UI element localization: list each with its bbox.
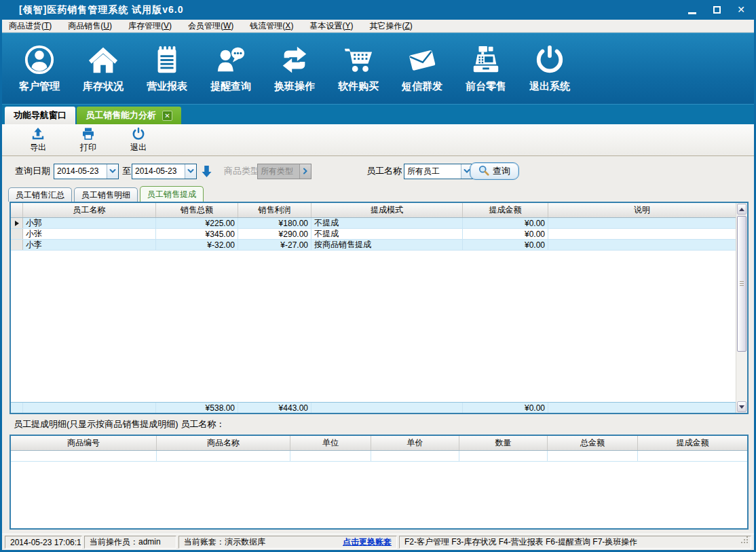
right-triangle-icon bbox=[15, 221, 19, 226]
maximize-icon bbox=[713, 6, 721, 14]
col-commission-amount[interactable]: 提成金额 bbox=[638, 436, 747, 450]
user-icon bbox=[24, 44, 55, 75]
software-purchase-button[interactable]: 软件购买 bbox=[326, 44, 390, 93]
total-profit: ¥443.00 bbox=[238, 403, 311, 413]
tab-sales-summary[interactable]: 员工销售汇总 bbox=[8, 187, 72, 202]
triangle-up-icon bbox=[739, 208, 744, 211]
shift-change-button[interactable]: 换班操作 bbox=[263, 44, 326, 93]
resize-grip-icon[interactable] bbox=[741, 536, 749, 547]
col-note[interactable]: 说明 bbox=[548, 203, 736, 217]
col-unit[interactable]: 单位 bbox=[290, 436, 371, 450]
commission-detail-grid: 商品编号 商品名称 单位 单价 数量 总金额 提成金额 bbox=[10, 435, 749, 530]
exit-system-button[interactable]: 退出系统 bbox=[518, 44, 582, 93]
query-bar: 查询日期： 2014-05-23 至 2014-05-23 商品类型： 所有类型… bbox=[2, 157, 754, 185]
vertical-scrollbar[interactable] bbox=[736, 203, 747, 413]
tab-sales-commission[interactable]: 员工销售提成 bbox=[140, 186, 204, 202]
search-button[interactable]: 查询 bbox=[470, 162, 519, 180]
grid-header: 商品编号 商品名称 单位 单价 数量 总金额 提成金额 bbox=[11, 436, 747, 451]
menu-item-purchase[interactable]: 商品进货T bbox=[9, 20, 52, 32]
commission-summary-grid: 员工名称 销售总额 销售利润 提成模式 提成金额 说明 小郭 ¥225.00 ¥… bbox=[10, 202, 749, 414]
export-button[interactable]: 导出 bbox=[18, 126, 58, 154]
sms-broadcast-button[interactable]: 短信群发 bbox=[390, 44, 454, 93]
chevron-right-icon bbox=[299, 164, 311, 179]
col-product-code[interactable]: 商品编号 bbox=[11, 436, 157, 450]
scroll-up-button[interactable] bbox=[737, 204, 746, 215]
actions-toolbar: 导出 打印 退出 bbox=[2, 124, 754, 156]
reminder-query-button[interactable]: 提醒查询 bbox=[199, 44, 263, 93]
down-arrow-icon[interactable] bbox=[202, 157, 212, 185]
grid-header: 员工名称 销售总额 销售利润 提成模式 提成金额 说明 bbox=[11, 203, 736, 218]
row-indicator bbox=[11, 218, 23, 228]
tab-sales-detail[interactable]: 员工销售明细 bbox=[74, 187, 138, 202]
indicator-header bbox=[11, 203, 23, 217]
exit-button[interactable]: 退出 bbox=[119, 126, 158, 154]
inventory-status-button[interactable]: 库存状况 bbox=[71, 44, 135, 93]
table-row[interactable]: 小张 ¥345.00 ¥290.00 不提成 ¥0.00 bbox=[11, 229, 736, 240]
table-row[interactable]: 小李 ¥-32.00 ¥-27.00 按商品销售提成 ¥0.00 bbox=[11, 240, 736, 251]
close-button[interactable]: ✕ bbox=[734, 3, 748, 16]
col-employee-name[interactable]: 员工名称 bbox=[23, 203, 156, 217]
home-icon bbox=[88, 44, 119, 75]
date-from-picker[interactable]: 2014-05-23 bbox=[54, 164, 119, 179]
content-area: 导出 打印 退出 查询日期： 2014-05-23 至 2014-05-23 bbox=[2, 124, 754, 534]
employee-select[interactable]: 所有员工 bbox=[404, 164, 473, 179]
col-commission-mode[interactable]: 提成模式 bbox=[311, 203, 463, 217]
power-icon bbox=[534, 44, 565, 75]
tab-function-navigation[interactable]: 功能导航窗口 bbox=[5, 107, 75, 124]
col-sales-profit[interactable]: 销售利润 bbox=[238, 203, 311, 217]
row-indicator bbox=[11, 240, 23, 250]
pos-retail-button[interactable]: 前台零售 bbox=[454, 44, 518, 93]
grid-rows: 小郭 ¥225.00 ¥180.00 不提成 ¥0.00 小张 ¥345.00 … bbox=[11, 218, 736, 251]
date-to-picker[interactable]: 2014-05-23 bbox=[132, 164, 197, 179]
title-bar: [领智]医药销售管理系统 试用版v6.0 ✕ bbox=[0, 0, 756, 20]
status-account: 当前账套：演示数据库 点击更换账套 bbox=[178, 536, 397, 549]
maximize-button[interactable] bbox=[710, 3, 723, 16]
tab-employee-sales-analysis[interactable]: 员工销售能力分析 ✕ bbox=[77, 107, 181, 124]
business-report-button[interactable]: 营业报表 bbox=[135, 44, 199, 93]
menu-item-sales[interactable]: 商品销售U bbox=[68, 20, 112, 32]
window-controls: ✕ bbox=[685, 3, 748, 16]
col-sales-total[interactable]: 销售总额 bbox=[156, 203, 238, 217]
close-icon[interactable]: ✕ bbox=[162, 111, 172, 121]
chevron-down-icon[interactable] bbox=[185, 164, 196, 179]
col-unit-price[interactable]: 单价 bbox=[371, 436, 459, 450]
chevron-down-icon[interactable] bbox=[107, 164, 118, 179]
menu-item-inventory[interactable]: 库存管理V bbox=[128, 20, 172, 32]
col-total-amount[interactable]: 总金额 bbox=[548, 436, 638, 450]
empty-row bbox=[11, 451, 747, 462]
col-commission-amount[interactable]: 提成金额 bbox=[463, 203, 548, 217]
minimize-icon bbox=[688, 12, 696, 14]
status-hotkeys: F2-客户管理 F3-库存状况 F4-营业报表 F6-提醒查询 F7-换班操作 bbox=[399, 536, 751, 549]
status-bar: 2014-05-23 17:06:10 当前操作员：admin 当前账套：演示数… bbox=[2, 534, 754, 550]
scroll-down-button[interactable] bbox=[737, 401, 746, 412]
cash-register-icon bbox=[470, 44, 502, 75]
table-row[interactable]: 小郭 ¥225.00 ¥180.00 不提成 ¥0.00 bbox=[11, 218, 736, 229]
menu-item-members[interactable]: 会员管理W bbox=[188, 20, 233, 32]
shopping-cart-icon bbox=[343, 44, 374, 75]
col-quantity[interactable]: 数量 bbox=[459, 436, 548, 450]
window-title: [领智]医药销售管理系统 试用版v6.0 bbox=[19, 4, 183, 16]
switch-account-link[interactable]: 点击更换账套 bbox=[343, 536, 392, 548]
envelope-icon bbox=[407, 44, 438, 75]
total-commission: ¥0.00 bbox=[463, 403, 548, 413]
menu-item-cashflow[interactable]: 钱流管理X bbox=[250, 20, 293, 32]
magnifier-icon bbox=[478, 165, 489, 178]
status-operator: 当前操作员：admin bbox=[84, 536, 176, 549]
application-window: [领智]医药销售管理系统 试用版v6.0 ✕ 商品进货T 商品销售U 库存管理V… bbox=[0, 0, 756, 552]
total-sales: ¥538.00 bbox=[156, 403, 238, 413]
menu-item-other[interactable]: 其它操作Z bbox=[369, 20, 412, 32]
sync-arrows-icon bbox=[279, 44, 310, 75]
minimize-button[interactable] bbox=[685, 3, 699, 16]
printer-icon bbox=[81, 127, 95, 141]
date-to-label: 至 bbox=[122, 157, 131, 185]
customer-management-button[interactable]: 客户管理 bbox=[7, 44, 71, 93]
status-datetime: 2014-05-23 17:06:10 bbox=[5, 536, 82, 549]
report-tabstrip: 员工销售汇总 员工销售明细 员工销售提成 bbox=[2, 185, 754, 202]
scrollbar-thumb[interactable] bbox=[737, 216, 746, 352]
col-product-name[interactable]: 商品名称 bbox=[157, 436, 290, 450]
print-button[interactable]: 打印 bbox=[69, 126, 108, 154]
product-type-field: 所有类型 bbox=[257, 164, 311, 179]
menu-bar: 商品进货T 商品销售U 库存管理V 会员管理W 钱流管理X 基本设置Y 其它操作… bbox=[2, 20, 754, 33]
triangle-down-icon bbox=[739, 405, 744, 409]
menu-item-settings[interactable]: 基本设置Y bbox=[309, 20, 353, 32]
